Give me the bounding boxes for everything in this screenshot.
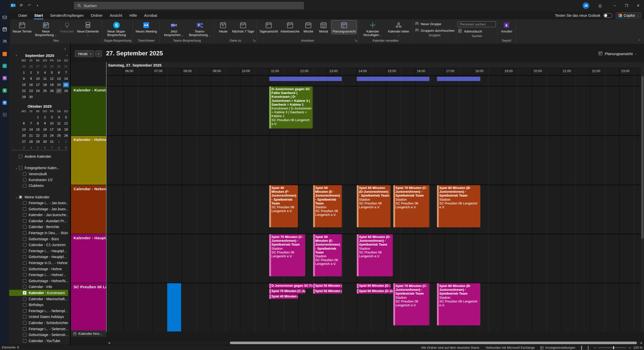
mail-icon[interactable] <box>2 14 7 20</box>
minical-day[interactable]: 27 <box>56 88 62 93</box>
display-settings-button[interactable]: Anzeigeeinstellungen <box>540 346 575 349</box>
minical-day[interactable]: 30 <box>28 94 34 100</box>
event-block[interactable]: Spiel 70 Minuten (C-Junioren/innen) - Sp… <box>393 283 429 325</box>
chevron-down-icon[interactable]: ⌄ <box>15 166 19 170</box>
minical-day[interactable]: 29 <box>49 64 55 69</box>
nav-item-united-states-holidays[interactable]: United States holidays <box>9 314 68 320</box>
nav-item-geburtstage-hohne-n-[interactable]: Geburtstage - Hohne/N... <box>9 278 68 284</box>
event-block[interactable]: Spiel 80 Minuten (B-Junioren/innen) - Sp… <box>437 283 480 325</box>
event-block[interactable]: Spiel 80 Minuten (B-Junioren/innen) - Sp… <box>437 185 480 227</box>
ribbon-button-kalender-teilen[interactable]: Kalender teilen ⌄ <box>386 20 411 38</box>
minical-day[interactable]: 15 <box>35 127 41 132</box>
checkbox[interactable] <box>23 213 26 217</box>
checkbox[interactable] <box>23 327 26 331</box>
minical-day[interactable]: 26 <box>63 133 69 138</box>
minical-day[interactable]: 9 <box>42 121 48 126</box>
minical-day[interactable]: 10 <box>35 76 41 81</box>
minical-day[interactable]: 16 <box>28 82 34 87</box>
minical-next-icon[interactable]: › <box>66 53 67 57</box>
row-label-calendar-nebenplatz[interactable]: Calendar - Nebenplatz <box>71 185 106 234</box>
minical-day[interactable]: 3 <box>21 145 27 150</box>
chevron-down-icon[interactable]: ⌄ <box>15 196 19 199</box>
nav-group-freigegebene-kalender[interactable]: ⌄Freigegebene Kalen... <box>9 165 68 171</box>
ribbon-button-gruppen-durchsuchen[interactable]: Gruppen durchsuchen <box>415 28 455 33</box>
minical-day[interactable]: 10 <box>49 121 55 126</box>
checkbox[interactable] <box>23 339 26 343</box>
checkbox[interactable] <box>23 201 26 205</box>
event-bar[interactable]: D-Juniorinnen gegen SC Falke Saerbeck | … <box>269 283 313 288</box>
minical-day[interactable]: 2 <box>42 115 48 120</box>
send-receive-icon[interactable]: ⟳ <box>18 2 25 9</box>
minical-day[interactable]: 3 <box>49 115 55 120</box>
minical-day[interactable]: 30 <box>56 64 62 69</box>
new-outlook-toggle[interactable] <box>603 13 613 18</box>
nav-item-kalender-kunstrasen[interactable]: ✓Kalender - Kunstrasen <box>9 290 68 296</box>
minical-day[interactable]: 25 <box>42 88 48 93</box>
close-button[interactable]: ✕ <box>632 0 644 11</box>
event-block[interactable]: Spiel 60 Minuten (D-Junioren/innen) - Sp… <box>357 185 391 227</box>
minical-day[interactable]: 24 <box>49 133 55 138</box>
checkbox[interactable] <box>23 231 26 235</box>
event-bar[interactable]: Spiel 60 Minuten (D-Junioren/innen) - Sp… <box>357 283 391 288</box>
checkbox[interactable] <box>23 303 26 307</box>
minical-day[interactable]: 4 <box>28 145 34 150</box>
minical-day[interactable]: 29 <box>35 139 41 144</box>
checkbox[interactable] <box>23 261 26 265</box>
minical-day[interactable]: 29 <box>21 94 27 100</box>
minical-day[interactable]: 9 <box>63 145 69 150</box>
copilot-icon[interactable] <box>2 51 7 57</box>
ribbon-button-arbeitswoche[interactable]: Arbeitswoche <box>279 20 300 34</box>
event-bar[interactable]: Spiel 50 Minuten (E-Junioren/innen) - Sp… <box>313 289 342 294</box>
minical-day[interactable]: 6 <box>56 70 62 75</box>
minical-day[interactable]: 14 <box>63 76 69 81</box>
nav-item-calendar-info[interactable]: Calendar - Info <box>9 284 68 290</box>
nav-group-meine-kalender[interactable]: ⌄Meine Kalender <box>9 194 68 200</box>
checkbox[interactable] <box>23 279 26 283</box>
schedule-grid[interactable]: Samstag, 27. September 2025 06:0007:0008… <box>107 62 641 332</box>
nav-item-feiertage-in-d-hohne[interactable]: Feiertage in D... - Hohne <box>9 260 68 266</box>
minical-day[interactable]: 17 <box>49 127 55 132</box>
search-input[interactable]: Suchen <box>74 2 304 9</box>
checkbox[interactable] <box>23 178 26 182</box>
menu-tab-hilfe[interactable]: Hilfe <box>126 12 140 19</box>
minical-day[interactable]: 25 <box>56 133 62 138</box>
menu-tab-ansicht[interactable]: Ansicht <box>107 12 125 19</box>
ribbon-button-tagesansicht[interactable]: Tagesansicht <box>258 20 279 34</box>
nav-item-geburtstage-seitenstr-[interactable]: Geburtstage - Seitenstr... <box>9 332 68 338</box>
nav-item-feiertage-i-nebenpl-[interactable]: Feiertage i... - Nebenpl... <box>9 308 68 314</box>
minical-day[interactable]: 7 <box>28 121 34 126</box>
nav-item-calendar-autodart-pr-[interactable]: Calendar - Autodart Pr... <box>9 218 68 224</box>
minical-day[interactable]: 19 <box>49 82 55 87</box>
row-label-kalender-hauptplatz[interactable]: Kalender - Hauptplatz <box>71 234 106 283</box>
minical-day[interactable]: 3 <box>35 70 41 75</box>
checkbox[interactable] <box>23 249 26 253</box>
nav-item-geburtstage-hauptpl-[interactable]: Geburtstage - Hauptpl... <box>9 254 68 260</box>
scrollbar-thumb[interactable] <box>230 342 637 344</box>
nav-item-geburtstage-hohne[interactable]: Geburtstage - Hohne <box>9 266 68 272</box>
minical-day[interactable]: 26 <box>28 64 34 69</box>
minical-day[interactable]: 12 <box>63 121 69 126</box>
row-label-kalender-hohne[interactable]: Kalender - Hohne <box>71 136 106 185</box>
nav-item-clubheim[interactable]: Clubheim <box>9 183 68 189</box>
nav-item-feiertage-in-deu-büro[interactable]: Feiertage in Deu... - Büro <box>9 230 68 236</box>
nav-item-feiertage-i-seitenstr-[interactable]: Feiertage i... - Seitenstr... <box>9 326 68 332</box>
nav-item-calendar-c1-junioren[interactable]: Calendar - C1-Junioren <box>9 242 68 248</box>
minical-day[interactable]: 13 <box>21 127 27 132</box>
collapse-sidebar-icon[interactable]: ‹ <box>64 47 66 51</box>
checkbox[interactable] <box>23 321 26 325</box>
undo-icon[interactable]: ↶ <box>26 2 33 9</box>
minical-day[interactable]: 5 <box>63 115 69 120</box>
nav-group-andere-kalender[interactable]: Andere Kalender <box>9 153 68 160</box>
nav-item-geburtstage-büro[interactable]: Geburtstage - Büro <box>9 236 68 242</box>
menu-tab-sendenempfangen[interactable]: Senden/Empfangen <box>47 12 87 19</box>
event-block[interactable]: Spiel 70 Minuten (C-Junioren/innen) - Sp… <box>269 234 305 276</box>
minical-day[interactable]: 5 <box>35 145 41 150</box>
minical-day[interactable]: 21 <box>63 82 69 87</box>
minical-day[interactable]: 17 <box>35 82 41 87</box>
minical-day[interactable]: 28 <box>63 88 69 93</box>
zoom-in-icon[interactable]: ＋ <box>628 346 632 350</box>
event-bar[interactable]: Spiel 40 Minuten (F-Junioren/innen) - Sp… <box>269 294 298 299</box>
next-day-button[interactable]: › <box>95 50 102 57</box>
ribbon-button-planungsansicht[interactable]: Planungsansicht <box>331 20 357 34</box>
calendar-icon[interactable] <box>2 26 7 32</box>
